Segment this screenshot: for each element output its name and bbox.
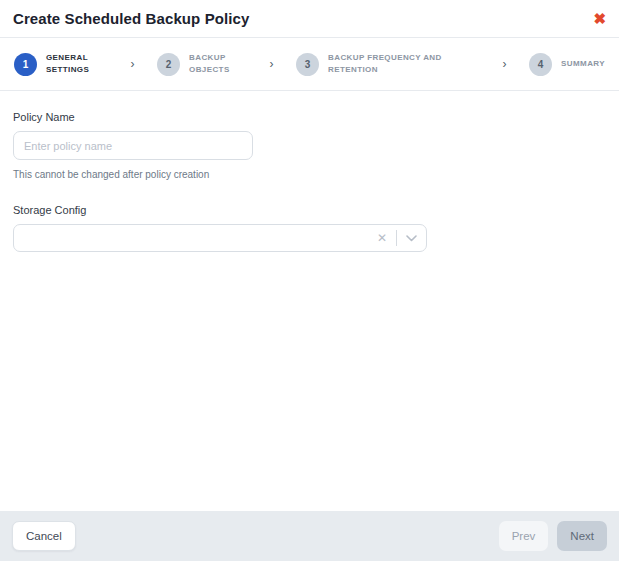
policy-name-field-group: Policy Name This cannot be changed after…	[13, 111, 606, 180]
policy-name-helper-text: This cannot be changed after policy crea…	[13, 169, 606, 180]
chevron-right-icon: ›	[503, 58, 507, 70]
step-label: Backup Objects	[189, 52, 247, 76]
step-number-badge: 1	[14, 53, 37, 76]
create-scheduled-backup-policy-modal: Create Scheduled Backup Policy ✖ 1 Gener…	[0, 0, 619, 561]
policy-name-label: Policy Name	[13, 111, 606, 123]
wizard-stepper: 1 General Settings › 2 Backup Objects › …	[0, 38, 619, 91]
modal-footer: Cancel Prev Next	[0, 511, 619, 561]
prev-button[interactable]: Prev	[499, 521, 549, 551]
clear-icon[interactable]: ✕	[368, 232, 396, 244]
close-icon[interactable]: ✖	[593, 11, 606, 26]
modal-title: Create Scheduled Backup Policy	[13, 10, 249, 27]
storage-config-field-group: Storage Config ✕	[13, 204, 606, 252]
chevron-right-icon: ›	[270, 58, 274, 70]
cancel-button[interactable]: Cancel	[12, 521, 76, 551]
step-general-settings[interactable]: 1 General Settings	[14, 52, 108, 76]
step-label: Summary	[561, 58, 605, 70]
step-number-badge: 4	[529, 53, 552, 76]
chevron-right-icon: ›	[131, 58, 135, 70]
step-number-badge: 3	[296, 53, 319, 76]
step-number-badge: 2	[157, 53, 180, 76]
footer-right-buttons: Prev Next	[499, 521, 607, 551]
next-button[interactable]: Next	[557, 521, 607, 551]
step-backup-objects[interactable]: 2 Backup Objects	[157, 52, 247, 76]
step-label: Backup Frequency and Retention	[328, 52, 480, 76]
chevron-down-icon[interactable]	[397, 235, 426, 242]
modal-body: Policy Name This cannot be changed after…	[0, 91, 619, 511]
step-summary[interactable]: 4 Summary	[529, 53, 605, 76]
storage-config-select[interactable]: ✕	[13, 224, 427, 252]
modal-header: Create Scheduled Backup Policy ✖	[0, 0, 619, 38]
policy-name-input[interactable]	[13, 131, 253, 160]
step-backup-frequency-and-retention[interactable]: 3 Backup Frequency and Retention	[296, 52, 480, 76]
storage-config-label: Storage Config	[13, 204, 606, 216]
step-label: General Settings	[46, 52, 108, 76]
